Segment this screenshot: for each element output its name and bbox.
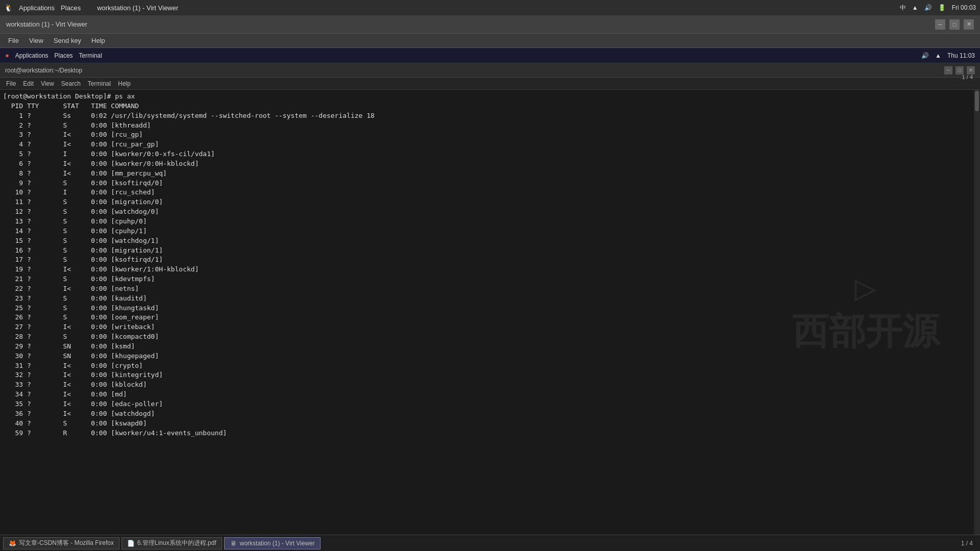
virt-viewer-window: workstation (1) - Virt Viewer ─ □ ✕ File… [0,15,980,551]
host-window-title: workstation (1) - Virt Viewer [97,4,178,12]
terminal-prompt: [root@workstation Desktop]# ps ax [3,92,977,102]
terminal-menubar: File Edit View Search Terminal Help [0,78,980,90]
term-menu-edit[interactable]: Edit [20,79,37,88]
guest-terminal-menu[interactable]: Terminal [79,52,102,59]
host-task-right-indicator: 1 / 4 [961,540,977,547]
virt-titlebar: workstation (1) - Virt Viewer ─ □ ✕ [0,15,980,34]
host-task-pdf[interactable]: 📄 6.管理Linux系统中的进程.pdf [121,537,222,549]
host-applications-menu[interactable]: Applications [19,4,55,12]
host-clock: Fri 00:03 [952,4,976,11]
term-menu-file[interactable]: File [3,79,19,88]
host-indicator-im: 中 [900,4,906,12]
terminal-title: root@workstation:~/Desktop [5,67,82,74]
guest-topbar: ● Applications Places Terminal 🔊 ▲ Thu 1… [0,48,980,63]
guest-indicator-sound: 🔊 [921,52,929,59]
host-task-firefox[interactable]: 🦊 写文章-CSDN博客 - Mozilla Firefox [3,537,119,549]
host-apps-icon: 🐧 [4,4,13,12]
term-menu-view[interactable]: View [38,79,57,88]
pdf-icon: 📄 [127,540,134,547]
guest-applications-menu[interactable]: Applications [15,52,48,59]
terminal-body[interactable]: ▷西部开源 [root@workstation Desktop]# ps ax … [0,90,980,535]
virt-menubar: File View Send key Help [0,34,980,48]
firefox-icon: 🦊 [9,540,16,547]
term-menu-search[interactable]: Search [58,79,84,88]
host-task-pdf-label: 6.管理Linux系统中的进程.pdf [137,539,216,547]
virt-window-title: workstation (1) - Virt Viewer [6,20,87,28]
virtviewer-icon: 🖥 [230,540,237,547]
virt-menu-file[interactable]: File [4,36,23,45]
guest-clock: Thu 11:03 [947,52,975,59]
terminal-titlebar: root@workstation:~/Desktop ─ □ ✕ [0,63,980,78]
page-indicator: 1 / 4 [962,74,973,80]
terminal-output: PID TTY STAT TIME COMMAND 1 ? Ss 0:02 /u… [3,102,977,438]
host-task-virtviewer[interactable]: 🖥 workstation (1) - Virt Viewer [224,537,321,549]
host-indicator-network: ▲ [912,4,918,11]
terminal-window: root@workstation:~/Desktop ─ □ ✕ File Ed… [0,63,980,535]
host-topbar: 🐧 Applications Places workstation (1) - … [0,0,980,15]
host-taskbar: 🦊 写文章-CSDN博客 - Mozilla Firefox 📄 6.管理Lin… [0,535,980,551]
term-menu-terminal[interactable]: Terminal [85,79,114,88]
term-menu-help[interactable]: Help [115,79,134,88]
virt-menu-help[interactable]: Help [87,36,109,45]
terminal-maximize-button[interactable]: □ [955,66,964,74]
host-task-firefox-label: 写文章-CSDN博客 - Mozilla Firefox [19,539,114,547]
host-indicator-battery: 🔋 [938,4,946,11]
guest-indicator-network: ▲ [935,52,941,59]
virt-minimize-button[interactable]: ─ [935,19,945,30]
virt-menu-view[interactable]: View [25,36,47,45]
host-places-menu[interactable]: Places [61,4,81,12]
virt-close-button[interactable]: ✕ [964,19,974,30]
virt-menu-sendkey[interactable]: Send key [50,36,85,45]
host-task-virtviewer-label: workstation (1) - Virt Viewer [240,540,315,547]
virt-maximize-button[interactable]: □ [949,19,960,30]
guest-places-menu[interactable]: Places [55,52,73,59]
terminal-minimize-button[interactable]: ─ [944,66,952,74]
host-indicator-sound: 🔊 [924,4,932,11]
guest-apps-icon: ● [5,52,9,59]
terminal-close-button[interactable]: ✕ [967,66,975,74]
